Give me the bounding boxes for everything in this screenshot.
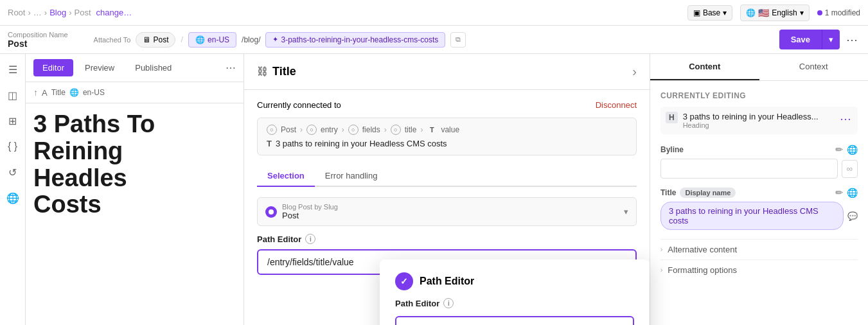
editor-breadcrumb: ↑ A Title 🌐 en-US — [26, 82, 244, 103]
tab-context[interactable]: Context — [759, 54, 869, 80]
disconnect-button[interactable]: Disconnect — [596, 100, 637, 110]
byline-input[interactable] — [660, 159, 838, 179]
composition-label: Composition Name — [8, 31, 68, 39]
formatting-options-label: Formatting options — [668, 265, 737, 275]
path-editor-label-section: Path Editor i — [395, 298, 634, 308]
path-value-label: value — [441, 125, 459, 134]
edit-icon2[interactable]: ✏ — [835, 188, 843, 198]
breadcrumb-sep2: › — [44, 8, 47, 17]
attached-post-pill: 🖥 Post — [136, 32, 175, 48]
attached-locale: en-US — [208, 35, 229, 44]
chevron-right-icon: › — [660, 246, 662, 253]
edit-icon[interactable]: ✏ — [835, 145, 843, 155]
sidebar-global-icon[interactable]: 🌐 — [3, 188, 23, 208]
globe-icon5[interactable]: 🌐 — [847, 188, 858, 198]
modified-badge: 1 modified — [817, 8, 860, 17]
title-field-value: 3 paths to reining in your Headless CMS … — [660, 202, 844, 230]
tab-preview[interactable]: Preview — [76, 59, 123, 76]
globe-icon4[interactable]: 🌐 — [847, 145, 858, 155]
fields-icon: ○ — [348, 125, 359, 135]
breadcrumb-change[interactable]: change… — [96, 8, 132, 17]
breadcrumb-root: Root — [8, 8, 25, 17]
chevron1: › — [300, 125, 303, 134]
currently-editing-section: Currently Editing H 3 paths to reining i… — [660, 91, 858, 134]
path-display: ○ Post › ○ entry › ○ fields › ○ title › … — [257, 118, 637, 155]
path-editor-main-input[interactable] — [395, 316, 634, 325]
path-value-text: 3 paths to reining in your Headless CMS … — [276, 139, 447, 148]
title-field-label-text: Title — [660, 188, 676, 197]
star-icon: ✦ — [272, 35, 278, 44]
sidebar-layers-icon[interactable]: ◫ — [3, 85, 23, 105]
source-select[interactable]: Blog Post by Slug Post ▾ — [257, 197, 637, 226]
source-select-value: Post — [282, 211, 338, 220]
editor-tabs-more[interactable]: ⋯ — [226, 62, 236, 74]
tab-editor[interactable]: Editor — [33, 59, 73, 76]
breadcrumb-title: Title — [51, 88, 66, 97]
path-editor-inline-label: Path Editor — [257, 234, 301, 244]
byline-field-row: Byline ✏ 🌐 ∞ — [660, 145, 858, 179]
path-segment: /blog/ — [242, 35, 260, 44]
breadcrumb-ellipsis: … — [33, 8, 42, 17]
formatting-options-row[interactable]: › Formatting options — [660, 259, 858, 280]
breadcrumb-up-button[interactable]: ↑ — [33, 87, 38, 98]
source-select-text: Blog Post by Slug Post — [282, 203, 338, 220]
copy-icon[interactable]: ⧉ — [450, 32, 466, 48]
source-icon-inner — [269, 209, 274, 215]
editor-panel: Editor Preview Published ⋯ ↑ A Title 🌐 e… — [26, 54, 244, 325]
attached-locale-pill: 🌐 en-US — [188, 32, 236, 48]
more-options-button[interactable]: ⋯ — [844, 30, 860, 49]
sidebar-data-icon[interactable]: ⊞ — [3, 110, 23, 131]
path-value-row: T 3 paths to reining in your Headless CM… — [267, 139, 627, 148]
tab-error-handling[interactable]: Error handling — [315, 166, 388, 187]
sidebar-history-icon[interactable]: ↺ — [3, 162, 23, 182]
editing-more-button[interactable]: ⋯ — [840, 112, 853, 126]
save-dropdown-button[interactable]: ▾ — [822, 30, 840, 49]
path-separator: / — [181, 35, 183, 44]
base-button[interactable]: ▣ Base ▾ — [687, 5, 732, 21]
right-body: Currently Editing H 3 paths to reining i… — [650, 81, 868, 325]
breadcrumb-blog[interactable]: Blog — [49, 8, 66, 17]
article-title: 3 Paths ToReiningHeadlesCosts — [33, 111, 236, 218]
main-layout: ☰ ◫ ⊞ { } ↺ 🌐 Editor Preview Published ⋯… — [0, 54, 868, 325]
value-icon: T — [427, 125, 437, 135]
base-label: Base — [703, 8, 720, 17]
sidebar-components-icon[interactable]: { } — [3, 136, 23, 157]
path-editor-floating-card: ✓ Path Editor Path Editor i — [380, 259, 650, 325]
path-editor-info-icon[interactable]: i — [305, 234, 315, 244]
byline-link-icon[interactable]: ∞ — [842, 160, 858, 178]
title-field-row: Title Display name ✏ 🌐 3 paths to reinin… — [660, 188, 858, 230]
title-chat-icon[interactable]: 💬 — [847, 211, 858, 221]
source-select-label: Blog Post by Slug — [282, 203, 338, 211]
tab-content[interactable]: Content — [650, 54, 759, 80]
breadcrumb-sep: › — [28, 8, 30, 17]
globe-icon: 🌐 — [746, 8, 756, 17]
language-button[interactable]: 🌐 🇺🇸 English ▾ — [740, 4, 809, 21]
alternative-content-label: Alternative content — [668, 245, 737, 254]
path-editor-info2[interactable]: i — [443, 298, 454, 308]
byline-label: Byline ✏ 🌐 — [660, 145, 858, 155]
path-post: Post — [281, 125, 296, 134]
byline-label-text: Byline — [660, 145, 684, 154]
alternative-content-row[interactable]: › Alternative content — [660, 239, 858, 259]
editing-item-info: 3 paths to reining in your Headless... H… — [683, 112, 819, 129]
path-editor-title: Path Editor — [420, 276, 474, 287]
path-editor-label: Path Editor — [395, 299, 439, 308]
link-icon: ⛓ — [257, 66, 267, 78]
title-icon: A — [42, 88, 48, 98]
path-editor-check-icon: ✓ — [395, 272, 413, 290]
chevron-down-icon: ▾ — [723, 8, 727, 17]
selection-tabs: Selection Error handling — [257, 166, 637, 187]
attached-section: Attached To 🖥 Post / 🌐 en-US /blog/ ✦ 3-… — [94, 32, 779, 48]
second-bar: Composition Name Post Attached To 🖥 Post… — [0, 26, 868, 54]
sidebar-menu-icon[interactable]: ☰ — [3, 59, 23, 80]
title-label: Title — [272, 65, 296, 78]
right-panel: Content Context Currently Editing H 3 pa… — [650, 54, 868, 325]
tab-published[interactable]: Published — [126, 59, 181, 76]
attached-slug-pill: ✦ 3-paths-to-reining-in-your-headless-cm… — [265, 32, 445, 48]
tab-selection[interactable]: Selection — [257, 166, 315, 187]
breadcrumb-sep3: › — [69, 8, 71, 17]
save-button[interactable]: Save — [779, 30, 822, 49]
editor-tabs: Editor Preview Published ⋯ — [26, 54, 244, 82]
expand-icon[interactable]: › — [632, 64, 637, 79]
center-panel: ⛓ Title › Currently connected to Disconn… — [244, 54, 650, 325]
